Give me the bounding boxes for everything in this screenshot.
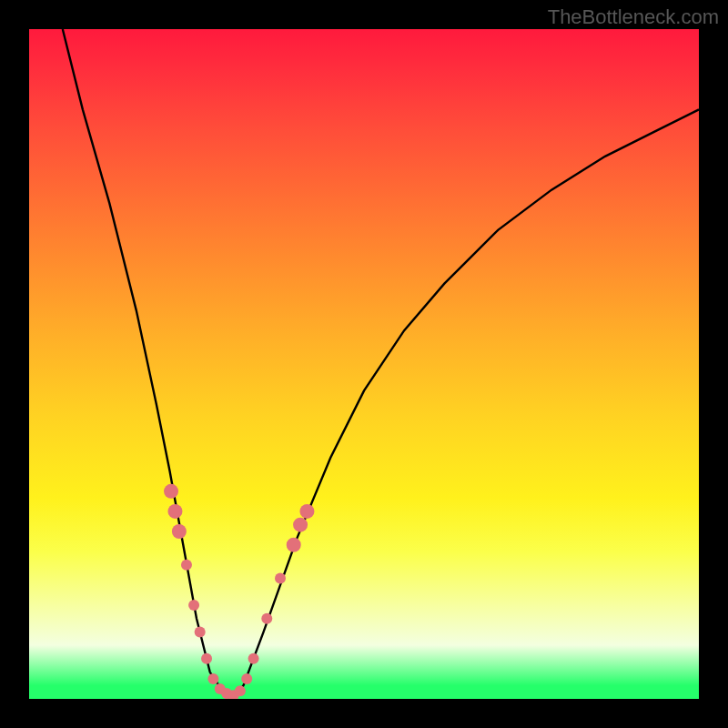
scatter-point (167, 504, 182, 519)
scatter-point (201, 653, 212, 664)
scatter-point (235, 685, 246, 696)
scatter-point (293, 518, 308, 532)
scatter-group (164, 484, 314, 699)
scatter-point (207, 673, 218, 684)
scatter-point (188, 600, 199, 611)
scatter-point (248, 653, 259, 664)
scatter-point (172, 524, 187, 539)
scatter-point (299, 504, 314, 519)
scatter-point (275, 573, 286, 584)
scatter-point (164, 484, 178, 499)
watermark-text: TheBottleneck.com (548, 5, 719, 29)
chart-frame: TheBottleneck.com (0, 0, 728, 728)
plot-area (29, 29, 699, 699)
scatter-point (181, 560, 192, 571)
scatter-point (287, 538, 301, 552)
scatter-point (261, 613, 272, 624)
scatter-point (241, 673, 252, 684)
chart-svg (29, 29, 699, 699)
scatter-point (195, 626, 206, 637)
bottleneck-curve-path (63, 29, 699, 699)
